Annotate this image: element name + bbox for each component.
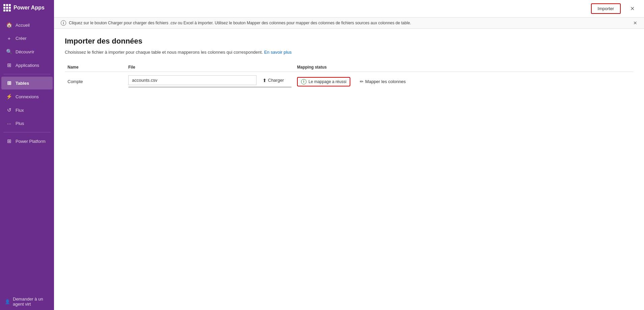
modal-close-button[interactable]: ✕ [627,4,637,13]
sidebar-item-flux[interactable]: ↺ Flux [1,104,53,117]
mapper-colonnes-button[interactable]: Mapper les colonnes [357,78,408,85]
tables-icon: ⊞ [6,80,12,86]
sidebar-item-accueil[interactable]: 🏠 Accueil [1,19,53,31]
sidebar-bottom-label: Demander à un agent virt [13,296,49,307]
sidebar-item-decouvrir[interactable]: 🔍 Découvrir [1,45,53,58]
agent-icon: 👤 [5,299,10,304]
col-name-header: Name [65,63,126,72]
info-icon: i [61,20,66,26]
mapping-success-icon: i [301,79,306,84]
sidebar-label-connexions: Connexions [16,94,39,99]
waffle-icon[interactable] [3,4,11,11]
sidebar-label-applications: Applications [16,63,39,68]
row-file-cell: accounts.csv Charger [126,72,294,92]
modal-title: Importer des données [65,37,633,46]
main-area: + + Nouvelle table ← Imp Tables Recomman… [54,0,644,310]
pencil-icon [360,79,364,84]
file-input-display: accounts.csv [128,75,257,85]
col-mapping-header: Mapping status [294,63,633,72]
sidebar-label-tables: Tables [16,81,29,86]
charger-button[interactable]: Charger [259,76,287,85]
sidebar-label-accueil: Accueil [16,23,30,28]
powerplatform-icon: ⊞ [6,138,12,144]
mapping-status-text: Le mappage a réussi [308,79,346,84]
modal-info-text: Cliquez sur le bouton Charger pour charg… [69,21,411,25]
modal-top-bar: Importer ✕ [54,0,644,18]
sidebar-item-powerplatform[interactable]: ⊞ Power Platform [1,135,53,148]
row-name-cell: Compte [65,72,126,92]
sidebar-item-tables[interactable]: ⊞ Tables [1,77,53,89]
sidebar-label-powerplatform: Power Platform [16,139,46,144]
sidebar-item-connexions[interactable]: ⚡ Connexions [1,90,53,103]
col-file-header: File [126,63,294,72]
import-table-row: Compte accounts.csv Charger [65,72,633,92]
flux-icon: ↺ [6,107,12,113]
modal-subtitle: Choisissez le fichier à importer pour ch… [65,50,633,55]
apps-icon: ⊞ [6,62,12,68]
modal-body: Importer des données Choisissez le fichi… [54,29,644,310]
sidebar-divider-2 [3,132,51,132]
mapping-status-badge: i Le mappage a réussi [297,77,350,86]
import-table: Name File Mapping status Compte [65,63,633,91]
sidebar: Power Apps 🏠 Accueil + Créer 🔍 Découvrir… [0,0,54,310]
sidebar-label-creer: Créer [16,36,27,41]
app-name: Power Apps [14,5,45,11]
importer-button[interactable]: Importer [591,3,621,14]
close-info-bar-button[interactable]: ✕ [633,20,637,26]
import-modal: Importer ✕ i Cliquez sur le bouton Charg… [54,0,644,310]
sidebar-item-plus[interactable]: ··· Plus [1,117,53,130]
progress-bar [128,86,292,88]
sidebar-label-decouvrir: Découvrir [16,49,34,54]
mapper-label: Mapper les colonnes [365,79,406,84]
plus-icon: + [6,35,12,41]
sidebar-label-flux: Flux [16,108,24,113]
upload-icon [263,78,267,83]
app-header: Power Apps [0,0,54,16]
learn-more-link[interactable]: En savoir plus [264,50,292,55]
sidebar-item-creer[interactable]: + Créer [1,32,53,45]
home-icon: 🏠 [6,22,12,28]
sidebar-bottom-agent[interactable]: 👤 Demander à un agent virt [0,293,54,310]
charger-label: Charger [268,78,284,83]
modal-subtitle-text: Choisissez le fichier à importer pour ch… [65,50,263,55]
discover-icon: 🔍 [6,49,12,55]
sidebar-item-applications[interactable]: ⊞ Applications [1,59,53,72]
row-mapping-cell: i Le mappage a réussi Mapper les colonne… [294,72,633,92]
sidebar-menu: 🏠 Accueil + Créer 🔍 Découvrir ⊞ Applicat… [0,16,54,293]
file-input-wrapper: accounts.csv Charger [128,75,292,85]
row-name-value: Compte [68,79,83,84]
sidebar-divider-1 [3,74,51,74]
modal-info-bar: i Cliquez sur le bouton Charger pour cha… [54,18,644,29]
connexions-icon: ⚡ [6,94,12,100]
sidebar-label-plus: Plus [16,121,24,126]
more-icon: ··· [6,121,12,126]
